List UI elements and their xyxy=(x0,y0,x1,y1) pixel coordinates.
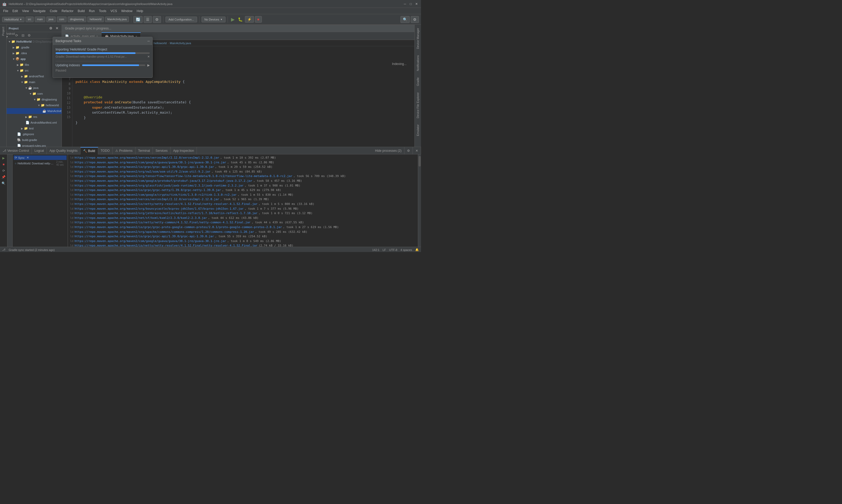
stop-btn[interactable]: ■ xyxy=(255,16,262,23)
java-btn[interactable]: java xyxy=(46,17,56,22)
log-url-13[interactable]: https://repo.maven.apache.org/maven2/org… xyxy=(74,211,257,216)
log-url-15[interactable]: https://repo.maven.apache.org/maven2/io/… xyxy=(74,220,251,225)
scrollbar-thumb[interactable] xyxy=(419,156,421,166)
right-label-emulator[interactable]: Emulator xyxy=(416,123,420,137)
build-run-icon[interactable]: ▶ xyxy=(1,156,6,161)
maximize-btn[interactable]: □ xyxy=(408,2,413,6)
tree-item-com[interactable]: ▼ 📁 com xyxy=(6,91,61,96)
encoding-indicator[interactable]: UTF-8 xyxy=(389,248,397,251)
right-label-device-manager[interactable]: Device Manager xyxy=(416,27,420,50)
panel-android-icon[interactable]: Android ▼ xyxy=(7,33,13,38)
build-sync-icon[interactable]: ⟳ xyxy=(1,168,6,173)
settings-main-btn[interactable]: ⚙ xyxy=(411,16,419,23)
panel-sync-icon[interactable]: ⟳ xyxy=(14,33,19,38)
log-url-8[interactable]: https://repo.maven.apache.org/maven2/io/… xyxy=(74,188,221,193)
tree-item-test[interactable]: ▶ 📁 test xyxy=(6,125,61,131)
tree-item-gitignore1[interactable]: 📄 .gitignore xyxy=(6,131,61,137)
right-label-notifications[interactable]: Notifications xyxy=(416,54,420,72)
tree-item-buildgradle1[interactable]: 🐘 build.gradle xyxy=(6,137,61,143)
log-url-16[interactable]: https://repo.maven.apache.org/maven2/io/… xyxy=(74,225,282,230)
log-url-11[interactable]: https://repo.maven.apache.org/maven2/io/… xyxy=(74,202,257,206)
search-btn[interactable]: 🔍 xyxy=(400,16,410,23)
log-url-1[interactable]: https://repo.maven.apache.org/maven2/xer… xyxy=(74,156,219,160)
menu-tools[interactable]: Tools xyxy=(97,8,108,14)
build-stop-icon[interactable]: ■ xyxy=(1,162,6,167)
helloworld-btn[interactable]: helloworld xyxy=(87,17,104,22)
tab-logcat[interactable]: Logcat xyxy=(32,147,47,155)
dingjiaxiong-btn[interactable]: dingjiaxiong xyxy=(68,17,86,22)
log-url-19[interactable]: https://repo.maven.apache.org/maven2/com… xyxy=(74,239,226,244)
tree-item-proguard[interactable]: 📄 proguard-rules.pro xyxy=(6,143,61,147)
src-btn[interactable]: src xyxy=(25,17,34,22)
menu-vcs[interactable]: VCS xyxy=(108,8,119,14)
tab-todo[interactable]: TODO xyxy=(98,147,113,155)
build-filter-icon[interactable]: 🔍 xyxy=(1,181,6,186)
menu-edit[interactable]: Edit xyxy=(10,8,20,14)
notifications-icon[interactable]: 🔔 xyxy=(415,248,419,251)
log-url-2[interactable]: https://repo.maven.apache.org/maven2/com… xyxy=(74,160,226,165)
menu-file[interactable]: File xyxy=(1,8,10,14)
menu-build[interactable]: Build xyxy=(75,8,87,14)
log-url-4[interactable]: https://repo.maven.apache.org/maven2/org… xyxy=(74,169,211,174)
no-devices-btn[interactable]: No Devices ▼ xyxy=(201,17,226,22)
log-url-18[interactable]: https://repo.maven.apache.org/maven2/io/… xyxy=(74,234,214,239)
tab-services[interactable]: Services xyxy=(153,147,171,155)
tree-item-res[interactable]: ▶ 📁 res xyxy=(6,114,61,120)
bottom-close-btn[interactable]: ✕ xyxy=(413,147,421,155)
build-pin-icon[interactable]: 📌 xyxy=(1,175,6,180)
panel-collapse-icon[interactable]: ⊟ xyxy=(20,33,25,38)
bottom-settings-btn[interactable]: ⚙ xyxy=(405,147,413,155)
profile-btn[interactable]: ⚡ xyxy=(245,16,254,23)
sync-close-icon[interactable]: ✕ xyxy=(26,156,29,159)
menu-run[interactable]: Run xyxy=(87,8,97,14)
log-url-3[interactable]: https://repo.maven.apache.org/maven2/io/… xyxy=(74,165,214,169)
log-url-20[interactable]: https://repo.maven.apache.org/maven2/io/… xyxy=(74,243,257,247)
tree-item-manifest[interactable]: 📄 AndroidManifest.xml xyxy=(6,120,61,125)
tab-app-inspection[interactable]: App Inspection xyxy=(171,147,197,155)
mainactivity-btn[interactable]: MainActivity.java xyxy=(105,17,129,22)
panel-settings-icon[interactable]: ⚙ xyxy=(48,26,53,31)
menu-refactor[interactable]: Refactor xyxy=(59,8,75,14)
tree-item-dingjiaxiong[interactable]: ▼ 📁 dingjiaxiong xyxy=(6,96,61,102)
main-btn[interactable]: main xyxy=(35,17,45,22)
debug-button[interactable]: 🐛 xyxy=(237,17,244,22)
menu-window[interactable]: Window xyxy=(119,8,135,14)
menu-code[interactable]: Code xyxy=(48,8,59,14)
tree-item-helloworld[interactable]: ▼ 📁 helloworld xyxy=(6,102,61,108)
project-selector[interactable]: HelloWorld ▼ xyxy=(2,17,24,22)
panel-close-icon[interactable]: ✕ xyxy=(54,26,59,31)
add-config-btn[interactable]: Add Configuration... xyxy=(165,17,197,22)
minimize-btn[interactable]: ─ xyxy=(402,2,407,6)
tree-item-mainactivity[interactable]: ☕ MainActivity.java xyxy=(6,108,61,114)
log-url-5[interactable]: https://repo.maven.apache.org/maven2/org… xyxy=(74,174,292,179)
task1-cancel-icon[interactable]: ✕ xyxy=(147,55,150,58)
log-url-7[interactable]: https://repo.maven.apache.org/maven2/org… xyxy=(74,183,244,188)
right-label-device-file-explorer[interactable]: Device File Explorer xyxy=(416,91,420,119)
menu-navigate[interactable]: Navigate xyxy=(31,8,48,14)
line-col-indicator[interactable]: 142:1 xyxy=(372,248,379,251)
log-url-9[interactable]: https://repo.maven.apache.org/maven2/com… xyxy=(74,193,236,197)
hide-processes-btn[interactable]: Hide processes (2) xyxy=(372,147,405,155)
close-btn[interactable]: ✕ xyxy=(414,2,419,6)
tree-item-java[interactable]: ▼ ☕ java xyxy=(6,85,61,91)
run-button[interactable]: ▶ xyxy=(230,16,236,23)
tab-build[interactable]: 🔨 Build xyxy=(80,147,98,155)
tab-terminal[interactable]: Terminal xyxy=(136,147,153,155)
log-url-12[interactable]: https://repo.maven.apache.org/maven2/org… xyxy=(74,206,244,211)
tree-item-main[interactable]: ▼ 📁 main xyxy=(6,79,61,85)
menu-help[interactable]: Help xyxy=(135,8,145,14)
log-url-17[interactable]: https://repo.maven.apache.org/maven2/org… xyxy=(74,230,254,234)
com-btn[interactable]: com xyxy=(57,17,67,22)
task2-play-icon[interactable]: ▶ xyxy=(147,64,150,67)
sync-icon[interactable]: 🔄 xyxy=(133,16,143,23)
build-item-task[interactable]: ○ HelloWorld: Download netty-handler-pro… xyxy=(14,160,67,167)
build-item-sync[interactable]: ⟳ Sync ✕ xyxy=(14,156,67,160)
log-url-6[interactable]: https://repo.maven.apache.org/maven2/com… xyxy=(74,179,252,183)
line-ending-indicator[interactable]: LF xyxy=(382,248,386,251)
list-icon[interactable]: ☰ xyxy=(144,16,152,23)
menu-view[interactable]: View xyxy=(20,8,31,14)
tab-problems[interactable]: ⚠ Problems xyxy=(113,147,136,155)
log-url-14[interactable]: https://repo.maven.apache.org/maven2/net… xyxy=(74,216,207,220)
tab-version-control[interactable]: ⎇ Version Control xyxy=(0,147,32,155)
right-label-gradle[interactable]: Gradle xyxy=(416,76,420,87)
